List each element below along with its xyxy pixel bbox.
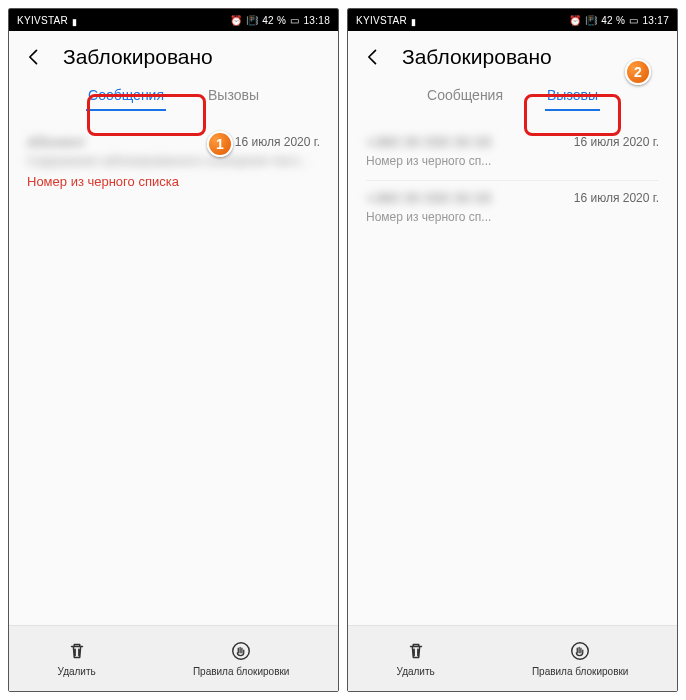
tab-messages[interactable]: Сообщения [86, 83, 166, 107]
step-badge: 2 [625, 59, 651, 85]
rules-label: Правила блокировки [193, 666, 290, 677]
status-bar: KYIVSTAR ⏰ 📳 42 % ▭ 13:18 [9, 9, 338, 31]
page-title: Заблокировано [402, 45, 552, 69]
item-title: Абонент [27, 133, 86, 150]
item-date: 16 июля 2020 г. [235, 135, 320, 149]
tab-messages[interactable]: Сообщения [425, 83, 505, 107]
item-date: 16 июля 2020 г. [574, 135, 659, 149]
phone-screenshot-left: KYIVSTAR ⏰ 📳 42 % ▭ 13:18 Заблокировано … [8, 8, 339, 692]
item-title: +380 00 000 00 00 [366, 189, 492, 206]
tab-calls[interactable]: Вызовы [206, 83, 261, 107]
hand-block-icon [230, 640, 252, 662]
item-title: +380 00 000 00 00 [366, 133, 492, 150]
battery-label: 42 % [262, 15, 286, 26]
alarm-icon: ⏰ [230, 15, 242, 26]
delete-button[interactable]: Удалить [58, 640, 96, 677]
rules-label: Правила блокировки [532, 666, 629, 677]
rules-button[interactable]: Правила блокировки [532, 640, 629, 677]
item-date: 16 июля 2020 г. [574, 191, 659, 205]
alarm-icon: ⏰ [569, 15, 581, 26]
delete-label: Удалить [397, 666, 435, 677]
phone-screenshot-right: KYIVSTAR ⏰ 📳 42 % ▭ 13:17 Заблокировано … [347, 8, 678, 692]
signal-icon [411, 16, 416, 25]
delete-button[interactable]: Удалить [397, 640, 435, 677]
delete-label: Удалить [58, 666, 96, 677]
clock-label: 13:17 [642, 15, 669, 26]
tab-calls[interactable]: Вызовы [545, 83, 600, 107]
step-badge: 1 [207, 131, 233, 157]
vibrate-icon: 📳 [585, 15, 597, 26]
page-title: Заблокировано [63, 45, 213, 69]
clock-label: 13:18 [303, 15, 330, 26]
svg-point-0 [233, 643, 250, 660]
status-bar: KYIVSTAR ⏰ 📳 42 % ▭ 13:17 [348, 9, 677, 31]
list-item[interactable]: +380 00 000 00 00 16 июля 2020 г. Номер … [366, 125, 659, 181]
rules-button[interactable]: Правила блокировки [193, 640, 290, 677]
svg-point-1 [572, 643, 589, 660]
item-subtitle: Номер из черного сп... [366, 210, 659, 224]
item-subtitle: Номер из черного сп... [366, 154, 659, 168]
list-item[interactable]: Абонент 16 июля 2020 г. Содержание забло… [27, 125, 320, 201]
battery-icon: ▭ [629, 15, 638, 26]
back-button[interactable] [362, 46, 384, 68]
carrier-label: KYIVSTAR [356, 15, 407, 26]
vibrate-icon: 📳 [246, 15, 258, 26]
trash-icon [66, 640, 88, 662]
list-item[interactable]: +380 00 000 00 00 16 июля 2020 г. Номер … [366, 181, 659, 236]
carrier-label: KYIVSTAR [17, 15, 68, 26]
battery-icon: ▭ [290, 15, 299, 26]
blacklist-label: Номер из черного списка [27, 174, 320, 189]
battery-label: 42 % [601, 15, 625, 26]
hand-block-icon [569, 640, 591, 662]
signal-icon [72, 16, 77, 25]
trash-icon [405, 640, 427, 662]
back-button[interactable] [23, 46, 45, 68]
item-subtitle: Содержание заблокированного сообщения те… [27, 154, 320, 168]
